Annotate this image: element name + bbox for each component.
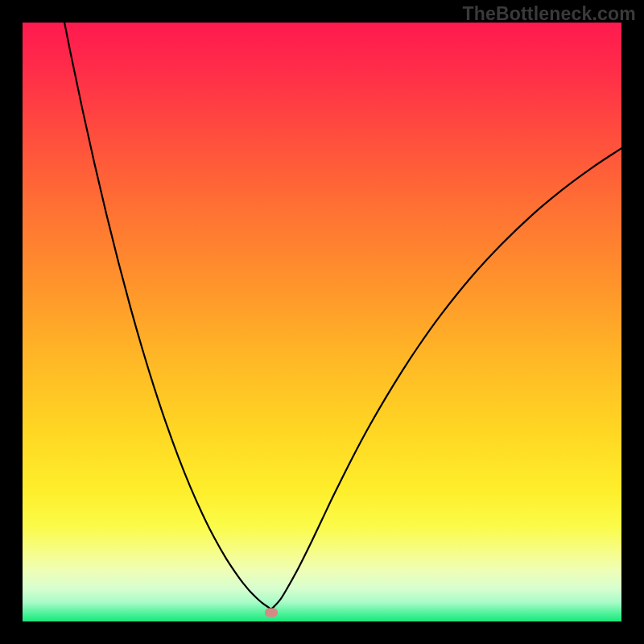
optimum-marker (265, 608, 278, 617)
gradient-heatmap (23, 23, 621, 621)
chart-container: TheBottleneck.com (0, 0, 644, 644)
gradient-background (23, 23, 621, 621)
plot-area (23, 23, 621, 621)
watermark-text: TheBottleneck.com (462, 3, 636, 25)
